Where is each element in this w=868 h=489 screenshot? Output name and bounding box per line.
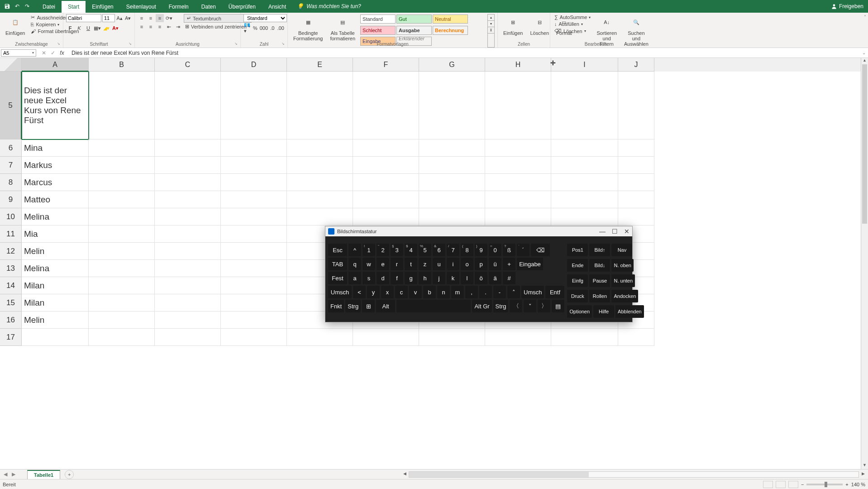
cell[interactable] [89, 72, 155, 139]
osk-key[interactable]: ü [489, 258, 501, 270]
cell[interactable]: Markus [22, 157, 89, 174]
cell[interactable] [551, 139, 618, 157]
osk-key[interactable]: s [362, 272, 375, 284]
osk-key[interactable]: Strg [345, 300, 361, 312]
osk-key[interactable]: Bild↓ [589, 259, 610, 272]
cell[interactable]: Matteo [22, 191, 89, 208]
osk-key[interactable]: ˄ [507, 286, 520, 298]
osk-key[interactable]: y [367, 286, 380, 298]
tell-me-search[interactable]: 💡 Was möchten Sie tun? [297, 3, 361, 10]
cell[interactable] [89, 260, 155, 277]
column-header-D[interactable]: D [221, 58, 287, 72]
view-page-layout-button[interactable] [776, 481, 786, 488]
row-header[interactable]: 13 [0, 260, 22, 277]
osk-minimize-button[interactable]: — [599, 228, 606, 235]
tab-page-layout[interactable]: Seitenlayout [120, 1, 162, 13]
cell[interactable] [485, 157, 551, 174]
osk-key[interactable]: n [437, 286, 450, 298]
osk-key[interactable]: z [419, 258, 431, 270]
cell[interactable] [551, 174, 618, 191]
cell[interactable] [419, 157, 485, 174]
cell[interactable]: Milan [22, 294, 89, 312]
style-berechnung[interactable]: Berechnung [433, 26, 468, 35]
vertical-scrollbar[interactable]: ▲ ▼ [861, 58, 868, 469]
cell[interactable] [419, 329, 485, 346]
column-header-H[interactable]: H [485, 58, 551, 72]
osk-key[interactable]: p [475, 258, 487, 270]
cell[interactable] [89, 139, 155, 157]
osk-key[interactable]: Umsch [521, 286, 544, 298]
grow-font-button[interactable]: A▴ [116, 14, 124, 22]
cell[interactable]: Marcus [22, 174, 89, 191]
style-ausgabe[interactable]: Ausgabe [396, 26, 432, 35]
border-button[interactable]: ▦▾ [93, 24, 101, 32]
fx-icon[interactable]: fx [58, 50, 66, 56]
cell[interactable] [221, 157, 287, 174]
cell[interactable] [155, 225, 221, 243]
indent-inc-button[interactable]: ⇥ [174, 23, 182, 31]
osk-key[interactable]: 6& [433, 244, 445, 256]
chevron-down-icon[interactable]: ▾ [32, 51, 34, 55]
osk-key[interactable]: + [503, 258, 515, 270]
osk-key[interactable]: e [377, 258, 389, 270]
cell[interactable]: Mina [22, 139, 89, 157]
cell[interactable] [89, 225, 155, 243]
clear-button[interactable]: ⌫Löschen▾ [553, 28, 592, 34]
cell[interactable] [155, 72, 221, 139]
osk-key[interactable]: o [461, 258, 473, 270]
cell[interactable] [618, 157, 654, 174]
osk-key[interactable]: Pause [589, 274, 610, 287]
style-neutral[interactable]: Neutral [433, 14, 468, 24]
cell[interactable] [618, 72, 654, 139]
add-sheet-button[interactable]: + [65, 470, 74, 479]
cell[interactable] [485, 191, 551, 208]
row-header[interactable]: 10 [0, 208, 22, 225]
cell[interactable] [485, 174, 551, 191]
cell[interactable] [287, 191, 353, 208]
cell[interactable] [419, 139, 485, 157]
osk-key[interactable]: 9) [475, 244, 487, 256]
cell[interactable] [353, 157, 419, 174]
cell[interactable] [155, 243, 221, 260]
osk-key[interactable]: Nav [611, 244, 632, 256]
tab-insert[interactable]: Einfügen [86, 1, 119, 13]
alignment-launcher-icon[interactable]: ↘ [234, 42, 239, 46]
osk-key[interactable]: m [451, 286, 464, 298]
number-format-select[interactable]: Standard [243, 14, 287, 22]
sheet-tab-tabelle1[interactable]: Tabelle1 [27, 470, 60, 479]
cell[interactable] [287, 157, 353, 174]
cell[interactable] [155, 191, 221, 208]
row-header[interactable]: 8 [0, 174, 22, 191]
cell[interactable] [353, 191, 419, 208]
font-name-select[interactable] [66, 14, 101, 22]
column-header-J[interactable]: J [618, 58, 654, 72]
tab-view[interactable]: Ansicht [262, 1, 292, 13]
osk-key[interactable]: N. unten [611, 274, 635, 287]
cell[interactable] [221, 312, 287, 329]
name-box[interactable]: A5▾ [1, 49, 36, 57]
align-center-button[interactable]: ≡ [147, 23, 155, 31]
cell[interactable] [89, 329, 155, 346]
on-screen-keyboard-window[interactable]: Bildschirmtastatur — ☐ ✕ Esc^1!2"3§4$5%6… [325, 226, 633, 322]
column-header-C[interactable]: C [155, 58, 221, 72]
font-size-select[interactable] [102, 14, 115, 22]
cell[interactable] [89, 312, 155, 329]
osk-key[interactable]: 〈 [510, 300, 522, 312]
osk-key[interactable]: ⌫ [531, 244, 550, 256]
cell[interactable] [221, 294, 287, 312]
cell[interactable] [221, 277, 287, 294]
cell[interactable]: Mia [22, 225, 89, 243]
zoom-in-button[interactable]: + [845, 482, 848, 487]
underline-button[interactable]: U [84, 24, 92, 32]
autosum-button[interactable]: ∑AutoSumme▾ [553, 14, 592, 20]
osk-key[interactable]: ä [489, 272, 501, 284]
osk-key[interactable]: - [493, 286, 506, 298]
tab-review[interactable]: Überprüfen [222, 1, 262, 13]
column-header-F[interactable]: F [353, 58, 419, 72]
cell[interactable] [155, 139, 221, 157]
bold-button[interactable]: F [66, 24, 74, 32]
cell[interactable] [419, 191, 485, 208]
cell[interactable] [618, 208, 654, 225]
osk-key[interactable]: a [348, 272, 361, 284]
osk-key[interactable]: Bild↑ [589, 244, 610, 256]
